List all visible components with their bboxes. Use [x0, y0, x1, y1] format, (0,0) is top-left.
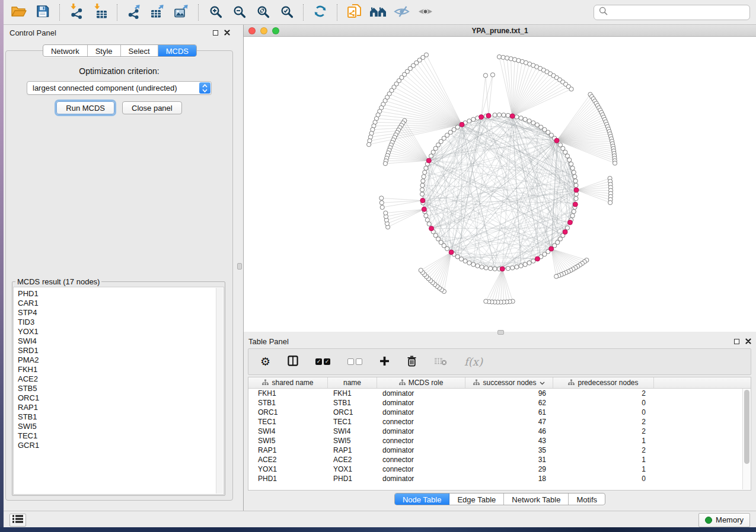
save-session-button[interactable]: [32, 3, 53, 22]
mcds-result-item[interactable]: STP4: [18, 308, 224, 318]
gear-icon: ⚙: [260, 356, 270, 367]
tab-select[interactable]: Select: [121, 45, 158, 56]
add-column-button[interactable]: [379, 352, 390, 371]
desktop: Control Panel NetworkStyleSelectMCDS Opt…: [0, 0, 756, 532]
float-panel-button[interactable]: [213, 30, 218, 36]
splitter-handle[interactable]: [497, 330, 504, 335]
show-columns-button[interactable]: [288, 352, 298, 371]
tab-node-table[interactable]: Node Table: [395, 493, 450, 505]
splitter-handle[interactable]: [237, 263, 242, 270]
mcds-result-item[interactable]: STB5: [18, 384, 224, 393]
table-row[interactable]: PHD1PHD1dominator180: [248, 474, 751, 483]
delete-column-button[interactable]: [407, 352, 417, 371]
table-row[interactable]: STB1STB1dominator620: [248, 398, 751, 408]
column-header-predecessor-nodes[interactable]: predecessor nodes: [553, 377, 654, 388]
table-row[interactable]: FKH1FKH1dominator962: [248, 389, 751, 398]
table-toolbar: ⚙ ✓✓ f(x): [248, 348, 751, 375]
float-table-panel-button[interactable]: [734, 339, 739, 344]
mcds-result-item[interactable]: GCR1: [18, 441, 224, 450]
hide-selected-button[interactable]: [391, 3, 412, 22]
task-history-button[interactable]: [9, 514, 26, 527]
table-row[interactable]: SWI4SWI4dominator462: [248, 427, 751, 436]
optimization-criterion-select[interactable]: largest connected component (undirected): [27, 81, 212, 95]
node-table: shared namenameMCDS rolesuccessor nodesp…: [248, 377, 751, 491]
table-row[interactable]: SWI5SWI5connector431: [248, 436, 751, 446]
mcds-result-item[interactable]: RAP1: [18, 403, 224, 412]
export-image-button[interactable]: [171, 3, 192, 22]
mcds-result-item[interactable]: SWI4: [18, 336, 224, 346]
mcds-result-item[interactable]: ORC1: [18, 393, 224, 403]
import-network-button[interactable]: [66, 3, 87, 22]
show-hidden-button[interactable]: [414, 3, 436, 22]
column-header-MCDS-role[interactable]: MCDS role: [377, 377, 465, 388]
clone-network-button[interactable]: [343, 3, 365, 22]
delete-table-icon: [434, 357, 447, 367]
column-header-name[interactable]: name: [328, 377, 377, 388]
refresh-button[interactable]: [310, 3, 331, 22]
table-row[interactable]: ORC1ORC1dominator610: [248, 408, 751, 417]
mcds-result-item[interactable]: STB1: [18, 412, 224, 422]
mcds-result-item[interactable]: CAR1: [18, 299, 224, 308]
import-table-icon: [92, 4, 108, 21]
zoom-out-icon: [232, 5, 246, 20]
close-panel-button-2[interactable]: Close panel: [122, 101, 182, 114]
zoom-selected-button[interactable]: [276, 3, 297, 22]
column-header-shared-name[interactable]: shared name: [248, 377, 328, 388]
zoom-out-button[interactable]: [228, 3, 250, 22]
export-table-button[interactable]: [147, 3, 168, 22]
tab-edge-table[interactable]: Edge Table: [449, 493, 504, 505]
first-neighbors-button[interactable]: [367, 3, 388, 22]
mcds-result-item[interactable]: TEC1: [18, 431, 224, 441]
tab-network[interactable]: Network: [43, 45, 88, 56]
network-graph[interactable]: [244, 37, 755, 331]
hierarchy-icon: [399, 379, 406, 387]
tab-mcds[interactable]: MCDS: [158, 45, 196, 56]
vertical-splitter[interactable]: [236, 25, 243, 511]
memory-button[interactable]: Memory: [698, 513, 750, 527]
hierarchy-icon: [262, 379, 269, 387]
optimization-criterion-label: Optimization criterion:: [6, 66, 232, 76]
export-network-button[interactable]: [123, 3, 145, 22]
zoom-fit-button[interactable]: [252, 3, 273, 22]
table-row[interactable]: ACE2ACE2connector311: [248, 455, 751, 464]
table-settings-button[interactable]: ⚙: [260, 352, 270, 371]
tab-motifs[interactable]: Motifs: [569, 493, 605, 505]
close-icon: [224, 28, 230, 37]
deselect-all-button[interactable]: [347, 352, 362, 371]
open-file-button[interactable]: [8, 3, 30, 22]
mcds-result-item[interactable]: PMA2: [18, 355, 224, 365]
mcds-result-item[interactable]: SRD1: [18, 346, 224, 355]
mcds-list-scrollbar[interactable]: [216, 288, 223, 493]
delete-table-button[interactable]: [434, 352, 447, 371]
mcds-result-item[interactable]: FKH1: [18, 365, 224, 374]
mcds-result-item[interactable]: SWI5: [18, 422, 224, 431]
zoom-in-button[interactable]: [205, 3, 226, 22]
run-mcds-button[interactable]: Run MCDS: [56, 101, 114, 114]
network-canvas[interactable]: [244, 37, 756, 332]
tab-style[interactable]: Style: [88, 45, 121, 56]
table-row[interactable]: YOX1YOX1connector291: [248, 464, 751, 474]
control-panel-tabs: NetworkStyleSelectMCDS: [4, 44, 236, 57]
scrollbar-thumb[interactable]: [744, 390, 749, 464]
close-table-panel-button[interactable]: [745, 337, 751, 346]
memory-status-icon: [705, 517, 712, 524]
zoom-selected-icon: [280, 5, 294, 20]
mcds-result-list[interactable]: PHD1CAR1STP4TID3YOX1SWI4SRD1PMA2FKH1ACE2…: [13, 287, 224, 495]
column-header-successor-nodes[interactable]: successor nodes: [465, 377, 553, 388]
mcds-result-item[interactable]: TID3: [18, 318, 224, 327]
zoom-fit-icon: [256, 5, 270, 20]
export-network-icon: [126, 4, 142, 21]
table-row[interactable]: RAP1RAP1dominator352: [248, 446, 751, 455]
floppy-disk-icon: [36, 4, 50, 20]
search-input[interactable]: [611, 7, 745, 17]
function-builder-button[interactable]: f(x): [464, 352, 483, 371]
mcds-result-item[interactable]: PHD1: [18, 289, 224, 299]
table-row[interactable]: TEC1TEC1connector472: [248, 417, 751, 427]
mcds-result-item[interactable]: YOX1: [18, 327, 224, 336]
mcds-result-item[interactable]: ACE2: [18, 374, 224, 384]
import-table-button[interactable]: [90, 3, 111, 22]
tab-network-table[interactable]: Network Table: [504, 493, 569, 505]
table-scrollbar[interactable]: [742, 389, 750, 489]
close-panel-button[interactable]: [224, 28, 230, 37]
select-all-button[interactable]: ✓✓: [315, 352, 330, 371]
